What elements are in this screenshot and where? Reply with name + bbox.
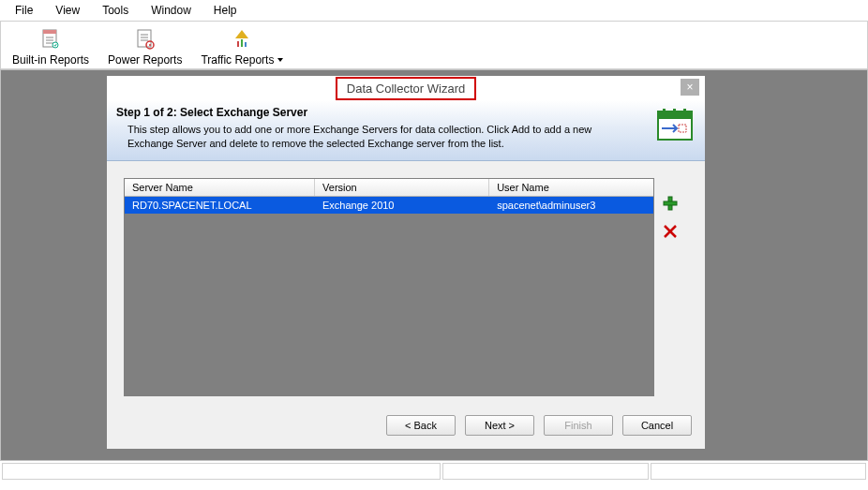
menu-bar: File View Tools Window Help: [0, 0, 868, 21]
cancel-button[interactable]: Cancel: [622, 415, 692, 436]
traffic-reports-button[interactable]: Traffic Reports: [195, 25, 289, 68]
chevron-down-icon: [277, 58, 283, 62]
status-pane: [651, 463, 866, 480]
table-row[interactable]: RD70.SPACENET.LOCAL Exchange 2010 spacen…: [125, 197, 653, 214]
power-reports-button[interactable]: Power Reports: [102, 25, 187, 68]
column-server-name[interactable]: Server Name: [125, 179, 315, 196]
cell-version: Exchange 2010: [315, 197, 489, 214]
svg-point-11: [149, 44, 151, 46]
plus-icon: [663, 196, 678, 211]
menu-tools[interactable]: Tools: [91, 2, 140, 19]
delete-icon: [663, 224, 678, 239]
close-icon: ×: [686, 81, 693, 94]
toolbar: Built-in Reports Power Reports Traffic R…: [0, 21, 868, 69]
menu-view[interactable]: View: [44, 2, 91, 19]
dialog-title: Data Collector Wizard: [336, 77, 476, 100]
mdi-backdrop: Data Collector Wizard × Step 1 of 2: Sel…: [0, 69, 868, 461]
builtin-reports-button[interactable]: Built-in Reports: [7, 25, 95, 68]
dialog-titlebar: Data Collector Wizard ×: [107, 76, 705, 100]
status-pane: [2, 463, 441, 480]
svg-rect-23: [664, 201, 677, 205]
table-side-buttons: [662, 178, 688, 396]
menu-file[interactable]: File: [4, 2, 44, 19]
dialog-body: Server Name Version User Name RD70.SPACE…: [107, 161, 705, 406]
traffic-reports-label: Traffic Reports: [201, 53, 274, 67]
svg-rect-18: [663, 109, 666, 114]
svg-rect-19: [673, 109, 676, 114]
document-icon: [38, 27, 63, 52]
wizard-step-header: Step 1 of 2: Select Exchange Server This…: [107, 100, 705, 161]
cell-server-name: RD70.SPACENET.LOCAL: [125, 197, 315, 214]
svg-rect-14: [241, 39, 243, 47]
menu-help[interactable]: Help: [202, 2, 248, 19]
back-button[interactable]: < Back: [386, 415, 456, 436]
svg-rect-1: [43, 30, 56, 34]
calendar-arrow-icon: [654, 106, 696, 147]
status-bar: [0, 461, 868, 482]
step-title: Step 1 of 2: Select Exchange Server: [116, 106, 649, 119]
svg-rect-13: [237, 41, 239, 47]
delete-button[interactable]: [662, 223, 679, 240]
column-user-name[interactable]: User Name: [489, 179, 653, 196]
builtin-reports-label: Built-in Reports: [12, 53, 89, 67]
table-header: Server Name Version User Name: [125, 179, 653, 197]
dialog-footer: < Back Next > Finish Cancel: [107, 406, 705, 449]
svg-rect-6: [138, 30, 151, 47]
close-button[interactable]: ×: [681, 79, 699, 96]
cell-user-name: spacenet\adminuser3: [489, 197, 653, 214]
power-reports-label: Power Reports: [108, 53, 182, 67]
step-description: This step allows you to add one or more …: [116, 123, 649, 151]
finish-button: Finish: [544, 415, 613, 436]
column-version[interactable]: Version: [315, 179, 489, 196]
data-collector-wizard-dialog: Data Collector Wizard × Step 1 of 2: Sel…: [106, 75, 706, 450]
add-button[interactable]: [662, 195, 679, 212]
next-button[interactable]: Next >: [465, 415, 534, 436]
svg-rect-20: [683, 109, 686, 114]
table-body: RD70.SPACENET.LOCAL Exchange 2010 spacen…: [125, 197, 653, 395]
chart-icon: [230, 27, 254, 52]
server-table: Server Name Version User Name RD70.SPACE…: [124, 178, 654, 396]
status-pane: [442, 463, 649, 480]
document-gear-icon: [133, 27, 157, 52]
menu-window[interactable]: Window: [140, 2, 202, 19]
svg-marker-12: [235, 30, 248, 38]
svg-rect-15: [245, 42, 247, 47]
